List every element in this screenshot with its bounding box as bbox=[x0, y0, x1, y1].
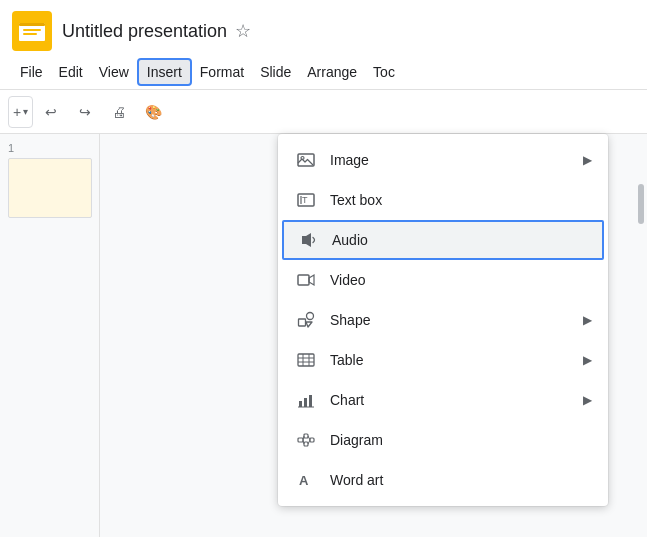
star-icon[interactable]: ☆ bbox=[235, 20, 251, 42]
svg-rect-26 bbox=[304, 434, 308, 438]
title-bar: Untitled presentation ☆ bbox=[0, 0, 647, 54]
paint-roller-icon: 🎨 bbox=[145, 104, 162, 120]
svg-rect-4 bbox=[23, 33, 37, 35]
menu-item-textbox[interactable]: T Text box bbox=[278, 180, 608, 220]
canvas-area: Image ▶ T Text box bbox=[100, 134, 647, 537]
svg-rect-11 bbox=[298, 275, 309, 285]
redo-button[interactable]: ↪ bbox=[69, 96, 101, 128]
svg-rect-21 bbox=[299, 401, 302, 407]
wordart-icon: A bbox=[294, 468, 318, 492]
textbox-label: Text box bbox=[330, 192, 592, 208]
chart-arrow: ▶ bbox=[583, 393, 592, 407]
svg-rect-14 bbox=[299, 319, 306, 326]
svg-rect-28 bbox=[310, 438, 314, 442]
toolbar: + ▾ ↩ ↪ 🖨 🎨 bbox=[0, 90, 647, 134]
menu-view[interactable]: View bbox=[91, 60, 137, 84]
svg-rect-16 bbox=[298, 354, 314, 366]
audio-label: Audio bbox=[332, 232, 590, 248]
svg-rect-27 bbox=[304, 442, 308, 446]
menu-edit[interactable]: Edit bbox=[51, 60, 91, 84]
plus-icon: + bbox=[13, 104, 21, 120]
menu-file[interactable]: File bbox=[12, 60, 51, 84]
slide-panel: 1 bbox=[0, 134, 100, 537]
wordart-label: Word art bbox=[330, 472, 592, 488]
video-icon bbox=[294, 268, 318, 292]
svg-text:A: A bbox=[299, 473, 309, 488]
menu-item-shape[interactable]: Shape ▶ bbox=[278, 300, 608, 340]
svg-line-31 bbox=[308, 436, 310, 440]
scrollbar-thumb[interactable] bbox=[638, 184, 644, 224]
redo-icon: ↪ bbox=[79, 104, 91, 120]
image-label: Image bbox=[330, 152, 583, 168]
menu-toc[interactable]: Toc bbox=[365, 60, 403, 84]
menu-item-wordart[interactable]: A Word art bbox=[278, 460, 608, 500]
svg-rect-3 bbox=[23, 29, 41, 31]
print-icon: 🖨 bbox=[112, 104, 126, 120]
shape-label: Shape bbox=[330, 312, 583, 328]
svg-marker-15 bbox=[306, 322, 312, 327]
svg-point-13 bbox=[307, 313, 314, 320]
chart-icon bbox=[294, 388, 318, 412]
menu-slide[interactable]: Slide bbox=[252, 60, 299, 84]
textbox-icon: T bbox=[294, 188, 318, 212]
svg-rect-2 bbox=[19, 23, 45, 26]
diagram-icon bbox=[294, 428, 318, 452]
table-icon bbox=[294, 348, 318, 372]
scrollbar[interactable] bbox=[635, 134, 647, 537]
menu-item-diagram[interactable]: Diagram bbox=[278, 420, 608, 460]
add-button[interactable]: + ▾ bbox=[8, 96, 33, 128]
shape-icon bbox=[294, 308, 318, 332]
slide-thumbnail[interactable] bbox=[8, 158, 92, 218]
undo-button[interactable]: ↩ bbox=[35, 96, 67, 128]
presentation-title[interactable]: Untitled presentation bbox=[62, 21, 227, 42]
menu-item-audio[interactable]: Audio bbox=[282, 220, 604, 260]
paint-format-button[interactable]: 🎨 bbox=[137, 96, 169, 128]
table-arrow: ▶ bbox=[583, 353, 592, 367]
svg-line-30 bbox=[303, 440, 304, 444]
menu-format[interactable]: Format bbox=[192, 60, 252, 84]
audio-icon bbox=[296, 228, 320, 252]
main-area: 1 Image ▶ bbox=[0, 134, 647, 537]
menu-item-video[interactable]: Video bbox=[278, 260, 608, 300]
menu-bar: File Edit View Insert Format Slide Arran… bbox=[0, 54, 647, 90]
menu-item-table[interactable]: Table ▶ bbox=[278, 340, 608, 380]
print-button[interactable]: 🖨 bbox=[103, 96, 135, 128]
menu-item-chart[interactable]: Chart ▶ bbox=[278, 380, 608, 420]
svg-line-29 bbox=[303, 436, 304, 440]
chevron-down-icon: ▾ bbox=[23, 106, 28, 117]
insert-dropdown-menu: Image ▶ T Text box bbox=[278, 134, 608, 506]
menu-insert[interactable]: Insert bbox=[137, 58, 192, 86]
slide-number: 1 bbox=[8, 142, 91, 154]
svg-text:T: T bbox=[302, 195, 308, 205]
image-arrow: ▶ bbox=[583, 153, 592, 167]
chart-label: Chart bbox=[330, 392, 583, 408]
table-label: Table bbox=[330, 352, 583, 368]
diagram-label: Diagram bbox=[330, 432, 592, 448]
menu-item-image[interactable]: Image ▶ bbox=[278, 140, 608, 180]
shape-arrow: ▶ bbox=[583, 313, 592, 327]
undo-icon: ↩ bbox=[45, 104, 57, 120]
video-label: Video bbox=[330, 272, 592, 288]
svg-marker-10 bbox=[302, 233, 311, 247]
menu-arrange[interactable]: Arrange bbox=[299, 60, 365, 84]
svg-rect-22 bbox=[304, 398, 307, 407]
svg-rect-23 bbox=[309, 395, 312, 407]
app-icon bbox=[12, 11, 52, 51]
svg-rect-25 bbox=[298, 438, 303, 442]
image-icon bbox=[294, 148, 318, 172]
